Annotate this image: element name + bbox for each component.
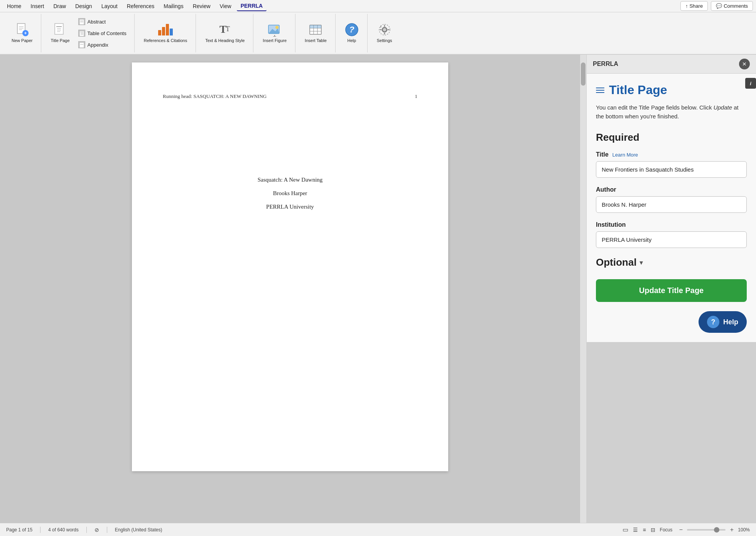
svg-point-37 [383, 28, 386, 32]
page-content: Sasquatch: A New Dawning Brooks Harper P… [163, 177, 417, 210]
appendix-icon [78, 41, 85, 48]
hamburger-line-2 [596, 90, 604, 91]
insert-figure-button[interactable]: Insert Figure [259, 20, 290, 46]
zoom-plus-button[interactable]: + [728, 526, 736, 534]
text-heading-icon: T T [218, 23, 232, 37]
track-changes-icon[interactable]: ⊘ [94, 527, 99, 533]
read-mode-icon[interactable]: ⊟ [651, 527, 655, 533]
menu-design[interactable]: Design [71, 2, 96, 11]
svg-rect-14 [79, 31, 84, 36]
required-heading: Required [596, 131, 747, 143]
menu-insert[interactable]: Insert [27, 2, 48, 11]
menu-bar: Home Insert Draw Design Layout Reference… [0, 0, 756, 12]
ribbon-stack-pages: Abstract Table of Contents [75, 17, 130, 50]
help-panel-button[interactable]: ? Help [699, 311, 747, 333]
abstract-button[interactable]: Abstract [75, 17, 130, 27]
ribbon-group-references: References & Citations [135, 14, 196, 52]
menu-perrla[interactable]: PERRLA [237, 1, 267, 11]
comments-button[interactable]: 💬 Comments [711, 1, 753, 11]
learn-more-link[interactable]: Learn More [613, 152, 638, 158]
hamburger-line-1 [596, 88, 604, 88]
references-citations-button[interactable]: References & Citations [140, 20, 191, 46]
update-title-page-button[interactable]: Update Title Page [596, 279, 747, 302]
help-button[interactable]: ? Help [341, 20, 363, 46]
table-of-contents-button[interactable]: Table of Contents [75, 28, 130, 38]
panel-description: You can edit the Title Page fields below… [596, 103, 747, 121]
help-ribbon-label: Help [347, 38, 356, 43]
paper-institution: PERRLA University [266, 204, 314, 210]
language: English (United States) [115, 527, 162, 533]
zoom-control: − + 100% [677, 526, 750, 534]
hamburger-line-3 [596, 92, 604, 93]
new-paper-icon: + [15, 23, 29, 37]
title-input[interactable] [596, 161, 747, 178]
appendix-button[interactable]: Appendix [75, 40, 130, 50]
perrla-panel: PERRLA ✕ Title Page You can edit the Tit… [586, 55, 756, 342]
abstract-label: Abstract [88, 19, 106, 25]
menu-view[interactable]: View [216, 2, 235, 11]
running-head: Running head: SASQUATCH: A NEW DAWNING [163, 93, 267, 99]
panel-header-title: PERRLA [593, 61, 618, 67]
comments-icon: 💬 [716, 3, 722, 9]
title-page-label: Title Page [51, 38, 69, 43]
title-page-button[interactable]: Title Page [47, 20, 73, 46]
status-divider-1 [40, 527, 40, 533]
insert-figure-icon [268, 23, 282, 37]
page-number: 1 [415, 93, 418, 99]
svg-rect-32 [310, 25, 321, 28]
hamburger-menu-icon[interactable] [596, 88, 604, 93]
new-paper-button[interactable]: + New Paper [8, 20, 36, 46]
menu-home[interactable]: Home [3, 2, 25, 11]
focus-label[interactable]: Focus [660, 527, 673, 533]
toc-label: Table of Contents [88, 30, 127, 36]
ribbon-group-new: + New Paper [3, 14, 41, 52]
outline-icon[interactable]: ☰ [633, 527, 638, 533]
status-left: Page 1 of 15 4 of 640 words ⊘ English (U… [6, 527, 615, 533]
paper-title: Sasquatch: A New Dawning [258, 177, 323, 183]
menu-review[interactable]: Review [189, 2, 214, 11]
menu-references[interactable]: References [123, 2, 159, 11]
svg-rect-6 [55, 24, 63, 34]
svg-point-24 [275, 26, 278, 29]
optional-chevron-icon[interactable]: ▾ [640, 258, 643, 267]
list-view-icon[interactable]: ≡ [643, 527, 646, 533]
panel-section-title: Title Page [609, 83, 667, 97]
settings-button[interactable]: Settings [373, 20, 396, 46]
author-input[interactable] [596, 196, 747, 213]
text-heading-button[interactable]: T T Text & Heading Style [201, 20, 248, 46]
document-page: Running head: SASQUATCH: A NEW DAWNING 1… [132, 62, 448, 471]
scrollbar[interactable] [580, 55, 586, 523]
menu-layout[interactable]: Layout [98, 2, 122, 11]
ribbon-group-help: ? Help [336, 14, 368, 52]
title-field-label: Title Learn More [596, 151, 747, 158]
scrollbar-thumb[interactable] [581, 62, 586, 86]
svg-text:?: ? [349, 25, 354, 34]
text-heading-label: Text & Heading Style [205, 38, 245, 43]
share-button[interactable]: ↑ Share [680, 1, 708, 11]
document-area: Running head: SASQUATCH: A NEW DAWNING 1… [0, 55, 580, 523]
zoom-minus-button[interactable]: − [677, 526, 685, 534]
insert-figure-label: Insert Figure [263, 38, 287, 43]
share-icon: ↑ [685, 3, 688, 9]
panel-header: PERRLA ✕ [587, 55, 756, 74]
menu-mailings[interactable]: Mailings [160, 2, 187, 11]
svg-text:T: T [226, 25, 230, 33]
insert-table-button[interactable]: Insert Table [301, 20, 331, 46]
author-field-label: Author [596, 186, 747, 193]
description-italic: Update [714, 104, 732, 111]
status-right: ▭ ☰ ≡ ⊟ Focus − + 100% [623, 526, 750, 534]
references-citations-label: References & Citations [144, 38, 187, 43]
panel-close-button[interactable]: ✕ [739, 59, 750, 69]
menu-draw[interactable]: Draw [49, 2, 70, 11]
optional-label: Optional [596, 256, 636, 268]
ribbon-group-text: T T Text & Heading Style [197, 14, 253, 52]
ribbon-group-figure: Insert Figure [254, 14, 295, 52]
institution-input[interactable] [596, 231, 747, 248]
panel-wrapper: PERRLA ✕ Title Page You can edit the Tit… [586, 55, 756, 523]
panel-body: Title Page You can edit the Title Page f… [587, 74, 756, 342]
zoom-slider[interactable] [687, 529, 726, 531]
page-info: Page 1 of 15 [6, 527, 32, 533]
page-layout-icon[interactable]: ▭ [623, 526, 628, 533]
panel-info-button[interactable]: i [745, 78, 756, 89]
abstract-icon [78, 18, 85, 25]
